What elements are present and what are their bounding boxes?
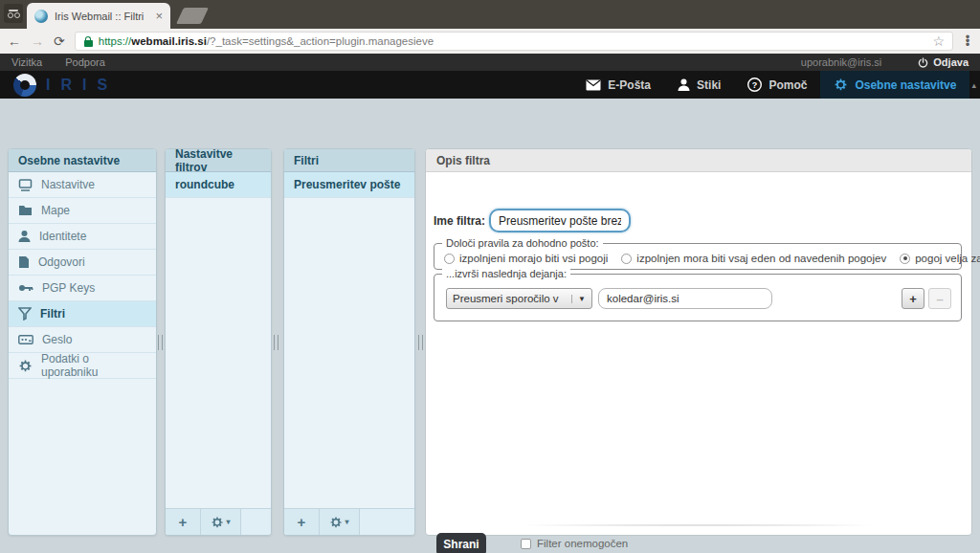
tab-close-icon[interactable]: × xyxy=(155,9,163,23)
url-protocol: https:// xyxy=(99,35,132,47)
filter-item-preusmeritev[interactable]: Preusmeritev pošte xyxy=(284,172,414,198)
rules-legend: Določi pravila za dohodno pošto: xyxy=(442,237,603,249)
save-button[interactable]: Shrani xyxy=(436,533,486,553)
panel-splitter[interactable] xyxy=(273,148,278,536)
panel-splitter[interactable] xyxy=(417,148,423,536)
filter-detail-panel: Opis filtra Ime filtra: Določi pravila z… xyxy=(425,148,972,536)
gear-icon xyxy=(18,359,33,373)
filter-set-roundcube[interactable]: roundcube xyxy=(166,172,271,198)
reload-icon[interactable]: ⟳ xyxy=(54,34,65,48)
sidebar-item-nastavitve[interactable]: Nastavitve xyxy=(9,172,156,198)
caret-down-icon: ▾ xyxy=(226,518,230,526)
rule-all-messages-option[interactable]: pogoj velja za vsa sporočila xyxy=(900,253,980,264)
filter-set-actions-button[interactable]: ▾ xyxy=(201,509,241,535)
actions-legend: ...izvrši naslednja dejanja: xyxy=(442,268,570,279)
secure-lock-icon xyxy=(83,36,94,47)
new-tab-button[interactable] xyxy=(176,8,209,24)
radio-icon[interactable] xyxy=(444,254,455,264)
sidebar-item-label: Nastavitve xyxy=(41,178,95,191)
main-nav: E-Pošta Stiki ? Pomoč Osebne nastavitve … xyxy=(572,71,980,99)
browser-tab[interactable]: Iris Webmail :: Filtri × xyxy=(27,3,170,29)
rule-any-condition-option[interactable]: izpolnjen mora biti vsaj eden od naveden… xyxy=(621,253,886,264)
filters-panel: Filtri Preusmeritev pošte + ▾ xyxy=(283,148,415,536)
panel-splitter[interactable] xyxy=(157,148,163,536)
remove-action-button[interactable]: – xyxy=(928,288,951,309)
nav-contacts[interactable]: Stiki xyxy=(664,71,734,99)
sidebar-item-label: Identitete xyxy=(39,230,86,243)
url-bar[interactable]: https://webmail.iris.si/?_task=settings&… xyxy=(75,32,953,51)
sidebar-item-label: Podatki o uporabniku xyxy=(41,352,146,379)
iris-logo-icon xyxy=(13,74,36,97)
radio-icon[interactable] xyxy=(621,254,632,264)
sidebar-item-podatki[interactable]: Podatki o uporabniku xyxy=(9,353,156,379)
bookmark-star-icon[interactable]: ☆ xyxy=(932,33,945,49)
nav-contacts-label: Stiki xyxy=(697,78,721,92)
radio-checked-icon[interactable] xyxy=(900,254,910,264)
url-path: /?_task=settings&_action=plugin.managesi… xyxy=(207,35,434,47)
iris-logo: IRIS xyxy=(13,74,118,97)
nav-help[interactable]: ? Pomoč xyxy=(734,71,820,99)
sidebar-item-identitete[interactable]: Identitete xyxy=(9,224,156,250)
nav-settings[interactable]: Osebne nastavitve xyxy=(820,71,969,99)
site-header: IRIS E-Pošta Stiki ? Pomoč Osebne nastav… xyxy=(0,71,980,99)
browser-logo-icon xyxy=(4,4,23,23)
password-icon xyxy=(18,335,33,344)
filter-icon xyxy=(18,307,32,321)
rules-fieldset: Določi pravila za dohodno pošto: izpolnj… xyxy=(434,243,962,270)
actions-fieldset: ...izvrši naslednja dejanja: Preusmeri s… xyxy=(434,274,962,321)
caret-down-icon: ▾ xyxy=(345,518,348,526)
action-type-value: Preusmeri sporočilo v xyxy=(453,293,559,304)
rule-any-condition-label: izpolnjen mora biti vsaj eden od naveden… xyxy=(636,253,886,264)
sidebar-item-pgp-keys[interactable]: PGP Keys xyxy=(9,276,156,301)
identity-icon xyxy=(18,230,31,243)
browser-tab-strip: Iris Webmail :: Filtri × xyxy=(0,0,980,29)
sidebar-item-label: Filtri xyxy=(40,307,65,321)
sidebar-item-odgovori[interactable]: Odgovori xyxy=(9,250,156,276)
nav-mail-label: E-Pošta xyxy=(608,78,651,92)
filter-disabled-checkbox[interactable] xyxy=(521,539,531,549)
tab-title: Iris Webmail :: Filtri xyxy=(55,11,148,22)
collapse-caret-icon[interactable]: ▴ xyxy=(969,71,980,99)
help-icon: ? xyxy=(747,77,762,92)
rule-all-messages-label: pogoj velja za vsa sporočila xyxy=(915,253,980,264)
sidebar-item-label: Mape xyxy=(41,204,70,217)
rule-all-conditions-option[interactable]: izpolnjeni morajo biti vsi pogoji xyxy=(444,253,608,264)
filter-item-label: Preusmeritev pošte xyxy=(294,178,400,191)
mail-icon xyxy=(586,79,601,91)
nav-help-label: Pomoč xyxy=(768,78,807,92)
action-type-select[interactable]: Preusmeri sporočilo v ▼ xyxy=(446,288,592,309)
site-utility-bar: Vizitka Podpora uporabnik@iris.si Odjava xyxy=(0,54,980,71)
forward-icon[interactable]: → xyxy=(31,34,44,48)
power-icon xyxy=(918,57,928,68)
browser-menu-icon[interactable]: ••• xyxy=(963,35,972,47)
filter-detail-title: Opis filtra xyxy=(426,149,971,172)
gear-icon xyxy=(834,77,848,92)
settings-sections-panel: Osebne nastavitve Nastavitve Mape Identi… xyxy=(8,148,157,536)
nav-mail[interactable]: E-Pošta xyxy=(572,71,664,99)
back-icon[interactable]: ← xyxy=(8,34,21,48)
sidebar-item-mape[interactable]: Mape xyxy=(9,198,156,224)
filter-name-label: Ime filtra: xyxy=(434,214,485,228)
add-filter-button[interactable]: + xyxy=(284,509,320,535)
logout-button[interactable]: Odjava xyxy=(918,56,969,68)
plus-icon: + xyxy=(179,514,188,530)
sidebar-item-label: Odgovori xyxy=(38,255,85,269)
sidebar-item-geslo[interactable]: Geslo xyxy=(9,327,156,353)
tab-favicon-icon xyxy=(34,10,48,23)
add-action-button[interactable]: + xyxy=(902,288,924,309)
filter-set-label: roundcube xyxy=(175,178,234,191)
filter-name-input[interactable] xyxy=(489,209,631,232)
filter-sets-panel: Nastavitve filtrov roundcube + ▾ xyxy=(165,148,272,536)
add-filter-set-button[interactable]: + xyxy=(166,509,201,535)
sidebar-item-filtri[interactable]: Filtri xyxy=(9,301,156,327)
footer-separator xyxy=(512,524,885,526)
link-vizitka[interactable]: Vizitka xyxy=(11,56,42,68)
redirect-address-input[interactable] xyxy=(598,288,772,309)
browser-toolbar: ← → ⟳ https://webmail.iris.si/?_task=set… xyxy=(0,29,980,54)
filter-actions-button[interactable]: ▾ xyxy=(320,509,360,535)
filter-form: Ime filtra: Določi pravila za dohodno po… xyxy=(426,172,971,536)
link-podpora[interactable]: Podpora xyxy=(65,56,105,68)
key-icon xyxy=(18,283,33,293)
gear-icon xyxy=(329,516,343,529)
filters-footer: + ▾ xyxy=(284,508,414,535)
